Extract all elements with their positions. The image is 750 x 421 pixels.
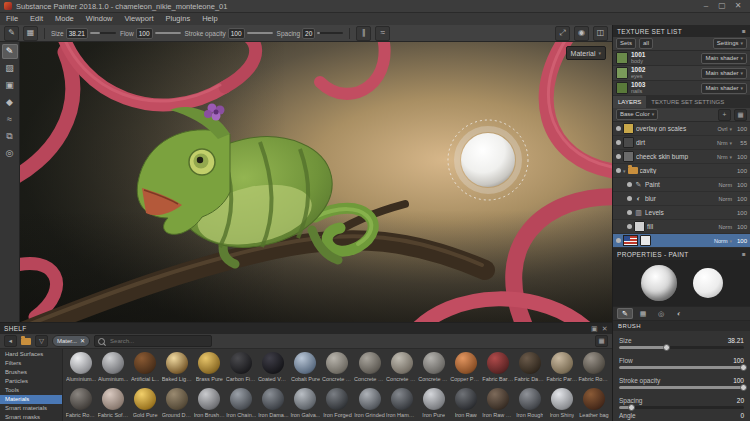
brush-settings-tab[interactable]: ✎: [617, 308, 633, 319]
shelf-search[interactable]: [94, 335, 212, 347]
slider-value[interactable]: 100: [733, 357, 744, 364]
slider-value[interactable]: 38.21: [728, 337, 744, 344]
visibility-eye-icon[interactable]: [616, 154, 621, 159]
main-shader-dropdown[interactable]: Main shader ▾: [701, 53, 747, 64]
brush-slider-row[interactable]: Spacing 20: [619, 393, 744, 412]
flow-value[interactable]: 100: [136, 28, 153, 39]
hamburger-icon[interactable]: ≡: [742, 28, 746, 35]
slider-value[interactable]: 0: [740, 412, 744, 419]
layer-opacity[interactable]: 100: [734, 126, 747, 132]
visibility-eye-icon[interactable]: [627, 182, 632, 187]
menu-mode[interactable]: Mode: [49, 13, 80, 25]
visibility-eye-icon[interactable]: [627, 210, 632, 215]
size-value[interactable]: 38.21: [66, 28, 88, 39]
blend-mode-dropdown[interactable]: Nrm: [717, 154, 727, 160]
shelf-category-item[interactable]: Particles: [0, 377, 62, 386]
slider-track[interactable]: [619, 366, 744, 369]
polygon-fill-tool[interactable]: ◆: [2, 95, 18, 110]
stencil-settings-tab[interactable]: ▦: [635, 308, 651, 319]
close-button[interactable]: ✕: [730, 0, 746, 12]
shelf-category-item[interactable]: Smart materials: [0, 404, 62, 413]
material-item[interactable]: Fabric Soft...: [97, 387, 129, 421]
material-item[interactable]: Aluminium...: [97, 351, 129, 387]
layer-row-blur[interactable]: ◐ blur Norm 100: [613, 192, 750, 206]
all-filter-button[interactable]: all: [639, 38, 653, 49]
flow-slider[interactable]: [155, 32, 181, 34]
menu-window[interactable]: Window: [80, 13, 119, 25]
material-item[interactable]: Cobalt Pure: [289, 351, 321, 387]
material-item[interactable]: Gold Pure: [129, 387, 161, 421]
slider-track[interactable]: [619, 346, 744, 349]
display-settings-icon[interactable]: ◫: [593, 26, 608, 41]
stroke-opacity-slider[interactable]: [247, 32, 273, 34]
dock-panel-icon[interactable]: ▣: [591, 325, 598, 333]
material-item[interactable]: Concrete S...: [418, 351, 450, 387]
slider-value[interactable]: 20: [737, 397, 744, 404]
material-item[interactable]: Ground Du...: [161, 387, 193, 421]
brush-slider-row[interactable]: Flow 100: [619, 353, 744, 372]
viewport-display-mode-dropdown[interactable]: Material ▾: [566, 46, 606, 60]
stroke-opacity-control[interactable]: Stroke opacity 100: [185, 28, 273, 39]
stroke-opacity-value[interactable]: 100: [228, 28, 245, 39]
blend-mode-dropdown[interactable]: Norm: [719, 196, 732, 202]
viewport-3d[interactable]: Material ▾: [20, 42, 612, 322]
layer-row-overlay-on-scales[interactable]: overlay on scales Ovrl ▾ 100: [613, 122, 750, 136]
layer-row-levels[interactable]: ▥ Levels 100: [613, 206, 750, 220]
brush-section-header[interactable]: BRUSH: [613, 321, 750, 331]
brush-slider-row[interactable]: Size 38.21: [619, 333, 744, 352]
material-item[interactable]: Baked Light...: [161, 351, 193, 387]
visibility-eye-icon[interactable]: [616, 168, 621, 173]
properties-header[interactable]: PROPERTIES - PAINT ≡: [613, 248, 750, 260]
size-slider[interactable]: [90, 32, 116, 34]
stencil-preview-icon[interactable]: ▦: [23, 26, 38, 41]
back-icon[interactable]: ◂: [4, 335, 17, 347]
layer-row-fill[interactable]: fill Norm 100: [613, 220, 750, 234]
main-shader-dropdown[interactable]: Main shader ▾: [701, 83, 747, 94]
material-item[interactable]: Fabric Rou...: [65, 387, 97, 421]
add-layer-icon[interactable]: +: [718, 109, 731, 121]
menu-viewport[interactable]: Viewport: [118, 13, 159, 25]
material-item[interactable]: Iron Raw: [450, 387, 482, 421]
layer-row-cheeck-skin-bump[interactable]: cheeck skin bump Nrm ▾ 100: [613, 150, 750, 164]
material-item[interactable]: Copper Pure: [450, 351, 482, 387]
settings-dropdown[interactable]: Settings ▾: [713, 38, 747, 49]
fullscreen-icon[interactable]: ⤢: [555, 26, 570, 41]
spacing-value[interactable]: 20: [302, 28, 315, 39]
layer-row-selected-fill[interactable]: Norm ▾ 100: [613, 234, 750, 248]
lazy-mouse-icon[interactable]: ≈: [375, 26, 390, 41]
brush-alpha-preview[interactable]: [641, 265, 677, 301]
visibility-eye-icon[interactable]: [627, 196, 632, 201]
shelf-header[interactable]: SHELF ▣ ✕: [0, 323, 612, 334]
symmetry-icon[interactable]: ∥: [356, 26, 371, 41]
layer-opacity[interactable]: 100: [734, 210, 747, 216]
layer-opacity[interactable]: 55: [734, 140, 747, 146]
blend-mode-dropdown[interactable]: Norm: [714, 238, 727, 244]
brush-preview-icon[interactable]: ✎: [4, 26, 19, 41]
material-item[interactable]: Iron Dama...: [257, 387, 289, 421]
grid-view-icon[interactable]: ▦: [595, 335, 608, 347]
tab-layers[interactable]: LAYERS: [613, 96, 646, 108]
material-sphere-preview[interactable]: [693, 268, 723, 298]
clone-tool[interactable]: ⧉: [2, 129, 18, 144]
shelf-category-item[interactable]: Filters: [0, 359, 62, 368]
maximize-button[interactable]: ▢: [714, 0, 730, 12]
material-item[interactable]: Iron Shiny: [546, 387, 578, 421]
layer-opacity[interactable]: 100: [734, 168, 747, 174]
material-item[interactable]: Artificial L...: [129, 351, 161, 387]
search-input[interactable]: [108, 337, 208, 345]
texture-set-row[interactable]: 1002 eyes Main shader ▾: [613, 66, 750, 81]
material-picker-tool[interactable]: ◎: [2, 146, 18, 161]
shelf-category-item[interactable]: Hard Surfaces: [0, 350, 62, 359]
material-item[interactable]: Iron Hamm...: [386, 387, 418, 421]
paint-brush-tool[interactable]: ✎: [2, 44, 18, 59]
flow-control[interactable]: Flow 100: [120, 28, 181, 39]
material-item[interactable]: Iron Galva...: [289, 387, 321, 421]
material-item[interactable]: Leather bag: [578, 387, 610, 421]
spacing-slider[interactable]: [317, 32, 343, 34]
alpha-settings-tab[interactable]: ◐: [671, 308, 687, 319]
material-item[interactable]: Iron Rough: [514, 387, 546, 421]
layer-opacity[interactable]: 100: [734, 196, 747, 202]
minimize-button[interactable]: –: [698, 0, 714, 12]
remove-filter-icon[interactable]: ✕: [80, 336, 85, 346]
size-control[interactable]: Size 38.21: [51, 28, 116, 39]
